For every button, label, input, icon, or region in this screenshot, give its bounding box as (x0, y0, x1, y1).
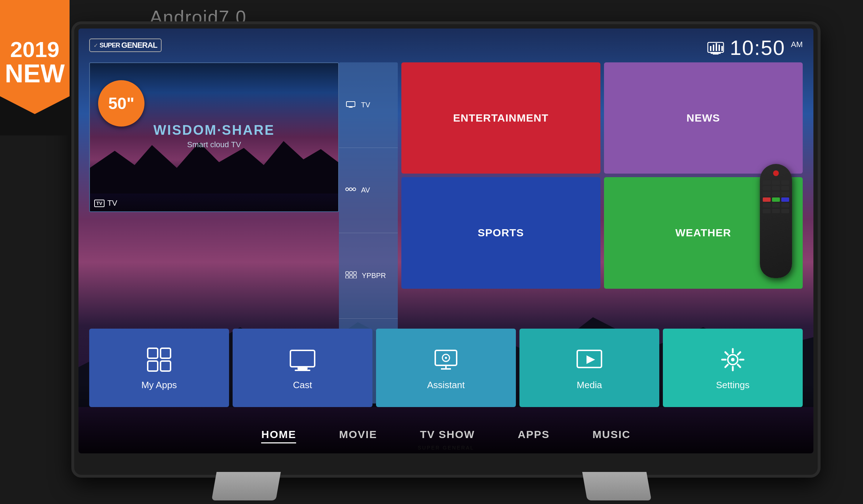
nav-music[interactable]: MUSIC (593, 428, 631, 443)
svg-rect-28 (148, 348, 158, 358)
remote-btn (772, 192, 780, 196)
cast-tile[interactable]: Cast (233, 329, 372, 407)
svg-marker-41 (587, 355, 595, 364)
bottom-brand-logo: SUPER GENERAL (418, 445, 474, 451)
svg-point-37 (445, 357, 447, 359)
svg-rect-34 (295, 370, 310, 371)
svg-rect-3 (710, 46, 711, 51)
nav-tv-show[interactable]: TV SHOW (420, 428, 475, 443)
input-tv-icon (345, 101, 356, 109)
svg-rect-16 (354, 272, 356, 274)
remote-btn-red (763, 197, 771, 202)
svg-rect-19 (354, 276, 356, 278)
input-tv-label: TV (361, 101, 370, 109)
settings-label: Settings (716, 380, 750, 391)
input-item-tv[interactable]: TV (339, 62, 398, 148)
media-icon (575, 345, 604, 374)
apps-icon (145, 345, 173, 374)
svg-rect-18 (350, 276, 352, 278)
svg-point-13 (353, 188, 356, 191)
input-av-icon (345, 186, 356, 194)
promo-banner: 2019 NEW (0, 0, 70, 114)
cast-icon (288, 345, 317, 374)
input-av-label: AV (361, 186, 370, 194)
settings-icon (719, 345, 747, 374)
svg-rect-8 (346, 102, 355, 107)
svg-line-50 (738, 352, 740, 355)
tv-frame: ✓ SUPER GENERAL 10:50 AM 50" (71, 21, 821, 478)
logo-general: GENERAL (121, 41, 157, 50)
svg-rect-14 (346, 272, 349, 274)
sports-tile[interactable]: SPORTS (401, 177, 600, 288)
my-apps-tile[interactable]: My Apps (89, 329, 229, 407)
clock-time: 10:50 (730, 36, 785, 60)
assistant-icon (432, 345, 460, 374)
sports-label: SPORTS (478, 227, 524, 239)
input-item-ypbpr[interactable]: YPBPR (339, 233, 398, 319)
remote-btn (763, 186, 771, 190)
svg-rect-10 (349, 107, 353, 108)
remote-btn (781, 186, 789, 190)
news-tile[interactable]: NEWS (604, 62, 803, 174)
nav-home[interactable]: HOME (261, 428, 296, 443)
assistant-label: Assistant (427, 380, 465, 391)
nav-movie[interactable]: MOVIE (339, 428, 377, 443)
remote-btn (781, 192, 789, 196)
wisdom-share-text: WISDOM·SHARE (153, 123, 275, 138)
remote-btn (763, 192, 771, 196)
cast-label: Cast (293, 380, 312, 391)
nav-apps[interactable]: APPS (518, 428, 550, 443)
remote-power-indicator (773, 170, 779, 176)
remote-btn (781, 180, 789, 185)
bottom-tiles-row: My Apps Cast Ass (89, 329, 803, 407)
settings-tile[interactable]: Settings (663, 329, 803, 407)
svg-point-11 (346, 188, 349, 191)
logo-super: SUPER (100, 42, 120, 49)
remote-btn (781, 209, 789, 213)
remote-btn-blue (781, 197, 789, 202)
svg-point-43 (731, 358, 735, 361)
tv-preview-label: TV TV (94, 199, 117, 208)
media-label: Media (577, 380, 602, 391)
svg-rect-17 (346, 276, 349, 278)
svg-line-48 (725, 352, 728, 355)
input-item-av[interactable]: AV (339, 148, 398, 233)
clock-area: 10:50 AM (707, 36, 803, 60)
news-label: NEWS (686, 112, 720, 124)
tv-stand-left (212, 472, 281, 500)
svg-point-12 (349, 188, 352, 191)
banner-new: NEW (5, 61, 65, 86)
logo-checkmark: ✓ (93, 42, 98, 49)
svg-rect-31 (161, 361, 171, 371)
my-apps-label: My Apps (141, 380, 177, 391)
svg-rect-1 (713, 54, 719, 55)
remote-btn (763, 180, 771, 185)
bottom-navigation: HOME MOVIE TV SHOW APPS MUSIC (89, 428, 803, 443)
size-badge: 50" (98, 80, 144, 127)
svg-line-51 (725, 365, 728, 367)
entertainment-label: ENTERTAINMENT (453, 112, 548, 124)
remote-btn (772, 180, 780, 185)
remote-btn (772, 203, 780, 207)
remote-btn (781, 203, 789, 207)
input-ypbpr-label: YPBPR (362, 272, 386, 280)
wifi-icon (707, 41, 724, 55)
remote-btn (772, 186, 780, 190)
clock-ampm: AM (791, 40, 803, 49)
svg-rect-5 (716, 43, 717, 51)
svg-rect-4 (713, 45, 714, 51)
svg-line-49 (738, 365, 740, 367)
svg-rect-30 (148, 361, 158, 371)
remote-btn-green (772, 197, 780, 202)
remote-btn (763, 203, 771, 207)
remote-control (760, 164, 792, 278)
remote-btn (763, 209, 771, 213)
assistant-tile[interactable]: Assistant (376, 329, 516, 407)
media-tile[interactable]: Media (519, 329, 659, 407)
svg-rect-2 (711, 53, 721, 54)
input-ypbpr-icon (345, 271, 357, 280)
tv-screen: ✓ SUPER GENERAL 10:50 AM 50" (78, 29, 813, 453)
svg-rect-6 (719, 45, 720, 51)
remote-btn (772, 209, 780, 213)
entertainment-tile[interactable]: ENTERTAINMENT (401, 62, 600, 174)
